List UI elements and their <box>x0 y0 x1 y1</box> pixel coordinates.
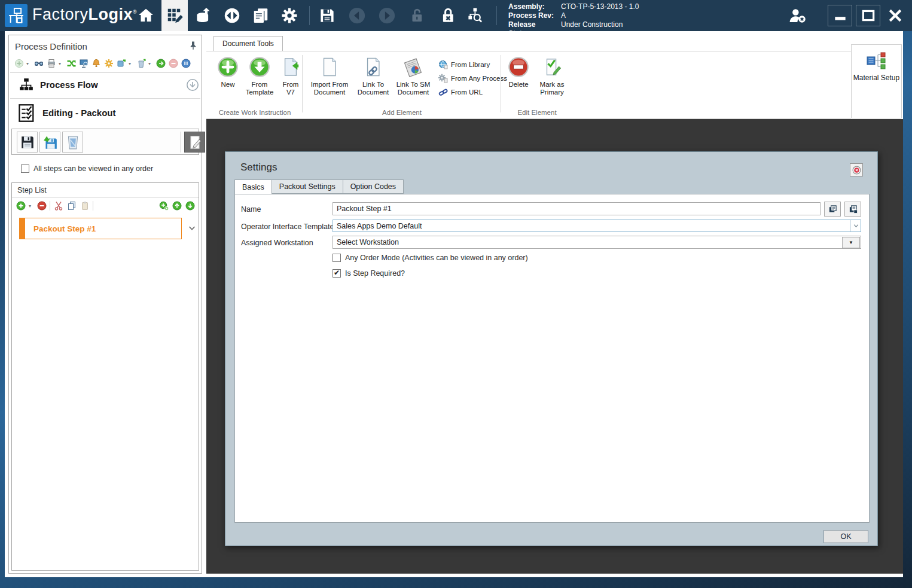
remove-step-icon[interactable] <box>36 201 47 211</box>
from-library-button[interactable]: From Library <box>438 60 490 69</box>
assembly-label: Assembly: <box>508 2 561 11</box>
home-button[interactable] <box>133 0 159 31</box>
all-steps-any-order-row: All steps can be viewed in any order <box>21 164 153 173</box>
add-step-caret[interactable]: ▾ <box>29 203 33 209</box>
material-setup-button[interactable]: Material Setup <box>851 44 902 118</box>
window-content: Process Definition ▾ ▾ ▾ ▾ <box>5 31 903 577</box>
minimize-button[interactable] <box>828 5 852 26</box>
add-process-icon[interactable] <box>14 59 24 69</box>
process-flow-row[interactable]: Process Flow <box>13 75 199 96</box>
sync-button[interactable] <box>219 0 245 31</box>
collapse-arrow-icon[interactable] <box>186 78 199 92</box>
ok-button[interactable]: OK <box>823 530 868 543</box>
ribbon: Document Tools New From Template From V7… <box>206 35 902 119</box>
ribbon-separator <box>302 55 303 112</box>
settings-button[interactable] <box>276 0 303 31</box>
all-steps-any-order-checkbox[interactable] <box>21 164 29 173</box>
delete-step-button[interactable] <box>62 132 83 153</box>
template-select[interactable]: Sales Apps Demo Default <box>333 220 861 232</box>
ribbon-separator <box>501 55 501 112</box>
delete-icon <box>507 55 530 79</box>
print-icon[interactable] <box>46 59 56 69</box>
add-step-icon[interactable] <box>16 201 26 211</box>
gear-options-icon[interactable] <box>103 59 114 69</box>
process-editor-button[interactable] <box>161 0 188 31</box>
documents-button[interactable] <box>248 0 274 31</box>
move-step-down-icon[interactable] <box>185 201 195 211</box>
app-logo-icon <box>5 4 28 27</box>
import-from-document-button[interactable]: Import From Document <box>307 55 352 96</box>
grid-edit-icon <box>166 7 184 25</box>
preview-icon[interactable] <box>78 59 89 69</box>
copy-icon[interactable] <box>66 201 77 211</box>
export-caret[interactable]: ▾ <box>129 61 133 66</box>
step-list-item[interactable]: Packout Step #1 <box>19 218 193 239</box>
cut-icon[interactable] <box>53 201 63 211</box>
back-button[interactable] <box>344 0 370 31</box>
save-step-button[interactable] <box>17 132 38 153</box>
paste-icon[interactable] <box>80 201 90 211</box>
workstation-combo[interactable]: Select Workstation ▼ <box>333 236 861 249</box>
maximize-button[interactable] <box>856 5 880 26</box>
chevron-down-icon[interactable] <box>850 220 861 231</box>
from-any-process-button[interactable]: From Any Process <box>438 74 507 83</box>
dialog-title: Settings <box>240 162 277 173</box>
edit-work-instruction-button[interactable] <box>184 132 205 153</box>
tab-basics[interactable]: Basics <box>234 179 272 194</box>
alert-icon[interactable] <box>91 59 101 69</box>
app-title: FactoryLogix® <box>32 5 137 24</box>
pin-icon[interactable] <box>188 41 198 50</box>
lock-revision-button[interactable] <box>435 0 461 31</box>
titlebar: FactoryLogix® Assembly:CTO-TP-5-13-2013 … <box>0 0 912 31</box>
close-button[interactable] <box>883 5 907 26</box>
save-name-button[interactable] <box>844 202 861 217</box>
resume-icon[interactable] <box>155 59 166 69</box>
merge-icon[interactable] <box>66 59 76 69</box>
mark-as-primary-button[interactable]: Mark as Primary <box>534 55 570 96</box>
insert-child-step-icon[interactable] <box>158 201 169 211</box>
delete-element-button[interactable]: Delete <box>505 55 532 89</box>
find-icon[interactable] <box>33 59 44 69</box>
close-icon <box>886 7 904 25</box>
link-to-document-button[interactable]: Link To Document <box>355 55 392 96</box>
editing-label: Editing - Packout <box>42 108 116 118</box>
step-item-box[interactable]: Packout Step #1 <box>25 218 182 239</box>
logout-user-button[interactable] <box>785 0 811 31</box>
process-search-button[interactable] <box>462 0 488 31</box>
copy-name-button[interactable] <box>824 202 841 217</box>
dialog-close-button[interactable] <box>850 163 863 176</box>
tab-option-codes[interactable]: Option Codes <box>343 179 404 194</box>
any-order-mode-checkbox[interactable] <box>333 254 341 262</box>
from-url-button[interactable]: From URL <box>438 87 483 97</box>
pause-icon[interactable] <box>181 59 191 69</box>
link-sm-document-icon <box>403 55 423 79</box>
export-icon[interactable] <box>116 59 126 69</box>
tab-packout-settings[interactable]: Packout Settings <box>272 179 343 194</box>
save-button[interactable] <box>314 0 340 31</box>
link-to-sm-document-button[interactable]: Link To SM Document <box>394 55 432 96</box>
workstation-dropdown-button[interactable]: ▼ <box>842 237 860 248</box>
recycle-icon[interactable] <box>136 59 146 69</box>
revert-step-button[interactable] <box>39 132 60 153</box>
move-step-up-icon[interactable] <box>172 201 182 211</box>
stop-icon[interactable] <box>168 59 178 69</box>
tab-document-tools[interactable]: Document Tools <box>213 36 283 51</box>
from-v7-button[interactable]: From V7 <box>278 55 303 96</box>
forward-button[interactable] <box>374 0 400 31</box>
data-archive-button[interactable] <box>190 0 216 31</box>
from-template-button[interactable]: From Template <box>243 55 276 96</box>
name-input[interactable] <box>333 202 821 215</box>
is-step-required-checkbox[interactable] <box>333 269 341 278</box>
add-process-caret[interactable]: ▾ <box>26 61 31 66</box>
recycle-caret[interactable]: ▾ <box>148 61 153 66</box>
new-work-instruction-button[interactable]: New <box>215 55 241 89</box>
from-template-icon <box>248 55 271 79</box>
edit-document-icon <box>187 135 203 150</box>
documents-icon <box>252 7 270 25</box>
step-expand-chevron-icon[interactable] <box>188 224 196 232</box>
process-rev-label: Process Rev: <box>508 11 561 20</box>
from-v7-icon <box>280 55 301 79</box>
lock-x-icon <box>439 7 457 25</box>
print-caret[interactable]: ▾ <box>59 61 63 66</box>
unlock-button[interactable] <box>404 0 430 31</box>
